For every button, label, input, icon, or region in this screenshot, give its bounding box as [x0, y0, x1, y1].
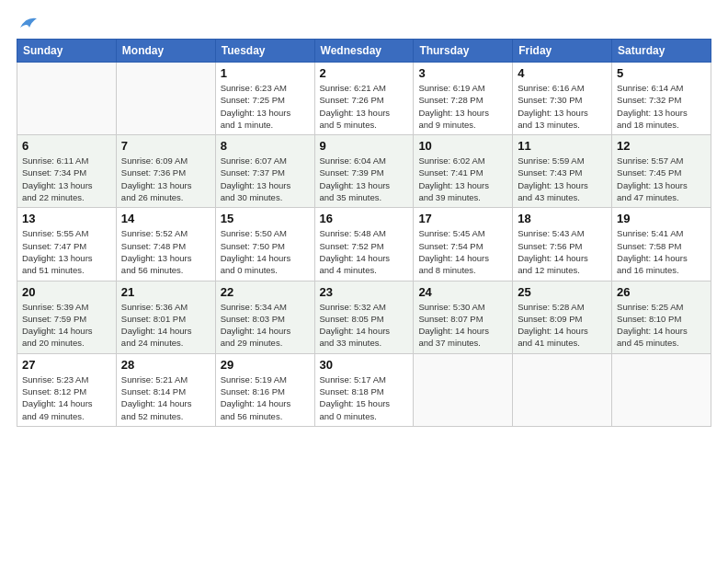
day-info: Sunrise: 6:16 AM Sunset: 7:30 PM Dayligh… — [518, 82, 607, 131]
calendar-header-saturday: Saturday — [612, 40, 711, 63]
day-number: 8 — [221, 139, 310, 153]
calendar-header-monday: Monday — [116, 40, 215, 63]
day-number: 24 — [418, 285, 507, 299]
day-info: Sunrise: 6:02 AM Sunset: 7:41 PM Dayligh… — [418, 155, 507, 203]
day-info: Sunrise: 6:07 AM Sunset: 7:37 PM Dayligh… — [221, 155, 310, 203]
day-number: 30 — [320, 358, 409, 372]
day-number: 11 — [518, 139, 607, 153]
calendar-header-friday: Friday — [513, 40, 612, 63]
calendar-header-sunday: Sunday — [17, 40, 117, 63]
header — [17, 15, 711, 31]
calendar-cell: 18Sunrise: 5:43 AM Sunset: 7:56 PM Dayli… — [513, 208, 612, 281]
day-info: Sunrise: 5:28 AM Sunset: 8:09 PM Dayligh… — [518, 301, 607, 350]
day-info: Sunrise: 5:50 AM Sunset: 7:50 PM Dayligh… — [221, 227, 310, 276]
calendar-header-wednesday: Wednesday — [314, 40, 414, 63]
day-info: Sunrise: 5:57 AM Sunset: 7:45 PM Dayligh… — [617, 155, 706, 203]
day-number: 9 — [320, 139, 409, 153]
calendar-cell: 4Sunrise: 6:16 AM Sunset: 7:30 PM Daylig… — [513, 63, 612, 135]
calendar-cell: 22Sunrise: 5:34 AM Sunset: 8:03 PM Dayli… — [215, 281, 314, 353]
day-number: 26 — [617, 285, 706, 299]
day-number: 4 — [518, 66, 607, 80]
calendar-cell: 15Sunrise: 5:50 AM Sunset: 7:50 PM Dayli… — [215, 208, 314, 281]
day-info: Sunrise: 5:36 AM Sunset: 8:01 PM Dayligh… — [121, 301, 210, 350]
calendar-cell — [116, 63, 215, 135]
calendar-table: SundayMondayTuesdayWednesdayThursdayFrid… — [17, 39, 711, 427]
day-number: 10 — [418, 139, 507, 153]
calendar-row-1: 6Sunrise: 6:11 AM Sunset: 7:34 PM Daylig… — [17, 135, 711, 208]
calendar-cell: 24Sunrise: 5:30 AM Sunset: 8:07 PM Dayli… — [414, 281, 513, 353]
day-info: Sunrise: 5:23 AM Sunset: 8:12 PM Dayligh… — [22, 373, 111, 422]
day-number: 28 — [121, 358, 210, 372]
day-number: 29 — [221, 358, 310, 372]
calendar-cell: 26Sunrise: 5:25 AM Sunset: 8:10 PM Dayli… — [612, 281, 711, 353]
calendar-header-tuesday: Tuesday — [215, 40, 314, 63]
day-number: 15 — [221, 212, 310, 225]
day-number: 14 — [121, 212, 210, 225]
calendar-row-0: 1Sunrise: 6:23 AM Sunset: 7:25 PM Daylig… — [17, 63, 711, 135]
day-info: Sunrise: 5:32 AM Sunset: 8:05 PM Dayligh… — [320, 301, 409, 350]
calendar-header-row: SundayMondayTuesdayWednesdayThursdayFrid… — [17, 40, 711, 63]
calendar-cell: 3Sunrise: 6:19 AM Sunset: 7:28 PM Daylig… — [414, 63, 513, 135]
day-number: 6 — [22, 139, 111, 153]
day-info: Sunrise: 6:19 AM Sunset: 7:28 PM Dayligh… — [418, 82, 507, 131]
calendar-cell: 29Sunrise: 5:19 AM Sunset: 8:16 PM Dayli… — [215, 353, 314, 426]
calendar-cell: 13Sunrise: 5:55 AM Sunset: 7:47 PM Dayli… — [17, 208, 117, 281]
day-info: Sunrise: 5:41 AM Sunset: 7:58 PM Dayligh… — [617, 227, 706, 276]
day-number: 2 — [320, 66, 409, 80]
logo — [17, 15, 39, 31]
calendar-cell: 11Sunrise: 5:59 AM Sunset: 7:43 PM Dayli… — [513, 135, 612, 208]
day-number: 20 — [22, 285, 111, 299]
calendar-cell: 2Sunrise: 6:21 AM Sunset: 7:26 PM Daylig… — [314, 63, 414, 135]
day-info: Sunrise: 5:52 AM Sunset: 7:48 PM Dayligh… — [121, 227, 210, 276]
day-number: 7 — [121, 139, 210, 153]
calendar-cell: 8Sunrise: 6:07 AM Sunset: 7:37 PM Daylig… — [215, 135, 314, 208]
day-number: 16 — [320, 212, 409, 225]
calendar-cell: 30Sunrise: 5:17 AM Sunset: 8:18 PM Dayli… — [314, 353, 414, 426]
day-number: 27 — [22, 358, 111, 372]
day-info: Sunrise: 5:59 AM Sunset: 7:43 PM Dayligh… — [518, 155, 607, 203]
day-number: 17 — [418, 212, 507, 225]
day-info: Sunrise: 5:19 AM Sunset: 8:16 PM Dayligh… — [221, 373, 310, 422]
day-number: 19 — [617, 212, 706, 225]
calendar-cell: 23Sunrise: 5:32 AM Sunset: 8:05 PM Dayli… — [314, 281, 414, 353]
calendar-row-4: 27Sunrise: 5:23 AM Sunset: 8:12 PM Dayli… — [17, 353, 711, 426]
calendar-cell: 21Sunrise: 5:36 AM Sunset: 8:01 PM Dayli… — [116, 281, 215, 353]
day-info: Sunrise: 5:43 AM Sunset: 7:56 PM Dayligh… — [518, 227, 607, 276]
day-number: 23 — [320, 285, 409, 299]
day-info: Sunrise: 5:17 AM Sunset: 8:18 PM Dayligh… — [320, 373, 409, 422]
day-info: Sunrise: 5:34 AM Sunset: 8:03 PM Dayligh… — [221, 301, 310, 350]
calendar-cell: 14Sunrise: 5:52 AM Sunset: 7:48 PM Dayli… — [116, 208, 215, 281]
calendar-cell: 19Sunrise: 5:41 AM Sunset: 7:58 PM Dayli… — [612, 208, 711, 281]
page: SundayMondayTuesdayWednesdayThursdayFrid… — [0, 0, 728, 563]
day-number: 21 — [121, 285, 210, 299]
calendar-cell: 6Sunrise: 6:11 AM Sunset: 7:34 PM Daylig… — [17, 135, 117, 208]
day-info: Sunrise: 6:23 AM Sunset: 7:25 PM Dayligh… — [221, 82, 310, 131]
day-info: Sunrise: 5:25 AM Sunset: 8:10 PM Dayligh… — [617, 301, 706, 350]
day-info: Sunrise: 5:30 AM Sunset: 8:07 PM Dayligh… — [418, 301, 507, 350]
day-info: Sunrise: 5:45 AM Sunset: 7:54 PM Dayligh… — [418, 227, 507, 276]
logo-bird-icon — [18, 15, 39, 31]
calendar-cell: 9Sunrise: 6:04 AM Sunset: 7:39 PM Daylig… — [314, 135, 414, 208]
day-info: Sunrise: 5:55 AM Sunset: 7:47 PM Dayligh… — [22, 227, 111, 276]
day-info: Sunrise: 5:48 AM Sunset: 7:52 PM Dayligh… — [320, 227, 409, 276]
day-info: Sunrise: 6:04 AM Sunset: 7:39 PM Dayligh… — [320, 155, 409, 203]
day-number: 22 — [221, 285, 310, 299]
day-number: 3 — [418, 66, 507, 80]
day-info: Sunrise: 5:39 AM Sunset: 7:59 PM Dayligh… — [22, 301, 111, 350]
day-number: 25 — [518, 285, 607, 299]
day-info: Sunrise: 6:09 AM Sunset: 7:36 PM Dayligh… — [121, 155, 210, 203]
day-number: 18 — [518, 212, 607, 225]
calendar-cell — [513, 353, 612, 426]
calendar-cell — [414, 353, 513, 426]
calendar-cell: 7Sunrise: 6:09 AM Sunset: 7:36 PM Daylig… — [116, 135, 215, 208]
day-number: 5 — [617, 66, 706, 80]
day-number: 12 — [617, 139, 706, 153]
day-number: 13 — [22, 212, 111, 225]
calendar-cell: 12Sunrise: 5:57 AM Sunset: 7:45 PM Dayli… — [612, 135, 711, 208]
calendar-cell: 5Sunrise: 6:14 AM Sunset: 7:32 PM Daylig… — [612, 63, 711, 135]
day-info: Sunrise: 5:21 AM Sunset: 8:14 PM Dayligh… — [121, 373, 210, 422]
calendar-cell: 1Sunrise: 6:23 AM Sunset: 7:25 PM Daylig… — [215, 63, 314, 135]
calendar-cell: 27Sunrise: 5:23 AM Sunset: 8:12 PM Dayli… — [17, 353, 117, 426]
day-info: Sunrise: 6:11 AM Sunset: 7:34 PM Dayligh… — [22, 155, 111, 203]
calendar-row-3: 20Sunrise: 5:39 AM Sunset: 7:59 PM Dayli… — [17, 281, 711, 353]
